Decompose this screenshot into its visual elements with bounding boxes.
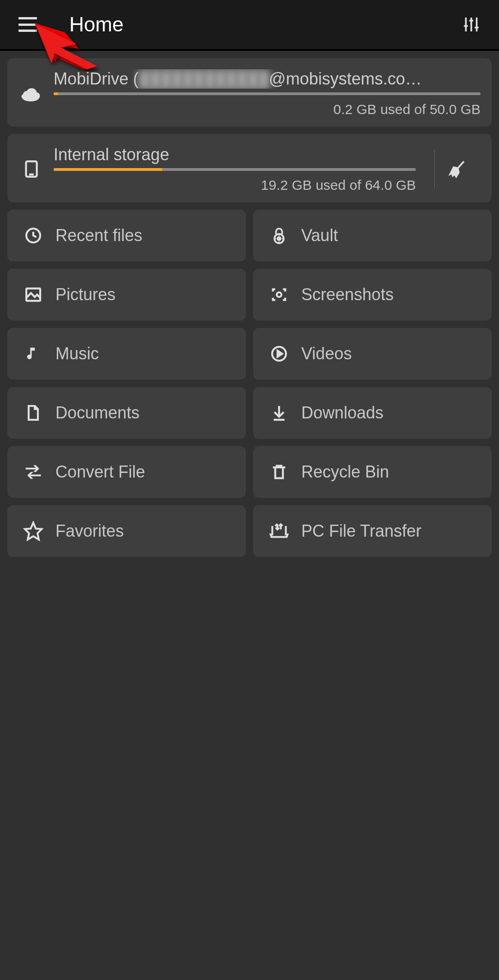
star-icon: [23, 521, 43, 541]
category-documents[interactable]: Documents: [7, 387, 246, 439]
cloud-icon: [18, 84, 44, 103]
svg-point-15: [278, 237, 281, 240]
category-downloads[interactable]: Downloads: [253, 387, 492, 439]
category-label: Recent files: [55, 226, 142, 245]
category-label: Videos: [301, 344, 352, 363]
storage-card-internal[interactable]: Internal storage 19.2 GB used of 64.0 GB: [7, 134, 492, 202]
category-label: Convert File: [55, 462, 145, 482]
svg-marker-23: [278, 351, 282, 357]
svg-point-21: [277, 292, 281, 297]
category-label: PC File Transfer: [301, 521, 421, 541]
svg-line-12: [458, 162, 464, 169]
convert-icon: [23, 462, 43, 482]
category-pictures[interactable]: Pictures: [7, 269, 246, 321]
category-favorites[interactable]: Favorites: [7, 505, 246, 557]
category-screenshots[interactable]: Screenshots: [253, 269, 492, 321]
internal-usage: 19.2 GB used of 64.0 GB: [54, 177, 416, 193]
category-convert-file[interactable]: Convert File: [7, 446, 246, 498]
mobidrive-usage: 0.2 GB used of 50.0 GB: [54, 102, 481, 117]
music-icon: [23, 344, 43, 364]
internal-label: Internal storage: [54, 145, 416, 164]
mobidrive-progress: [54, 92, 481, 95]
category-grid: Recent files Vault Pictures Screenshots: [7, 210, 492, 557]
image-icon: [23, 284, 43, 305]
internal-progress: [54, 168, 416, 171]
clean-button[interactable]: [434, 150, 481, 188]
equalizer-icon[interactable]: [462, 15, 481, 34]
category-label: Recycle Bin: [301, 462, 389, 482]
category-pc-file-transfer[interactable]: PC File Transfer: [253, 505, 492, 557]
svg-marker-27: [25, 523, 42, 540]
play-icon: [269, 344, 289, 364]
category-label: Favorites: [55, 521, 124, 541]
category-label: Pictures: [55, 285, 116, 304]
category-recent-files[interactable]: Recent files: [7, 210, 246, 261]
phone-icon: [18, 156, 44, 182]
category-recycle-bin[interactable]: Recycle Bin: [253, 446, 492, 498]
download-icon: [269, 403, 289, 423]
capture-icon: [269, 284, 289, 305]
trash-icon: [269, 462, 289, 482]
category-label: Downloads: [301, 403, 383, 423]
internal-progress-fill: [54, 168, 162, 171]
storage-card-mobidrive[interactable]: MobiDrive (████████████@mobisystems.co… …: [7, 58, 492, 127]
menu-icon[interactable]: [18, 17, 37, 32]
mobidrive-label: MobiDrive (████████████@mobisystems.co…: [54, 69, 481, 89]
broom-icon: [448, 159, 468, 179]
category-vault[interactable]: Vault: [253, 210, 492, 261]
category-label: Music: [55, 344, 99, 363]
category-videos[interactable]: Videos: [253, 328, 492, 380]
lock-icon: [269, 225, 289, 246]
clock-icon: [23, 225, 43, 246]
file-icon: [23, 403, 43, 423]
category-label: Documents: [55, 403, 140, 423]
category-music[interactable]: Music: [7, 328, 246, 380]
laptop-transfer-icon: [269, 521, 289, 541]
category-label: Screenshots: [301, 285, 394, 304]
page-title: Home: [69, 13, 123, 36]
mobidrive-progress-fill: [54, 92, 58, 95]
category-label: Vault: [301, 226, 338, 245]
app-header: Home: [0, 0, 499, 51]
